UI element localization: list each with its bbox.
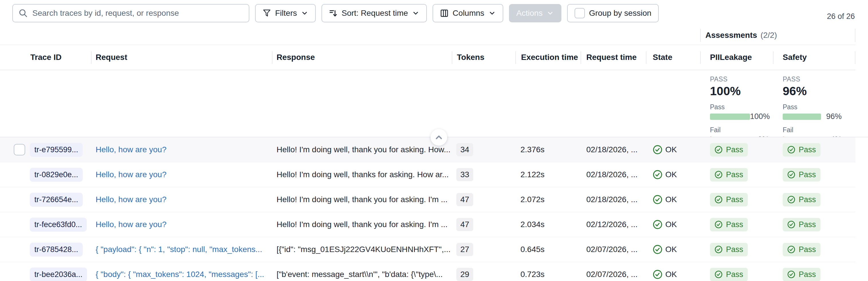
row-checkbox[interactable] (14, 144, 25, 156)
header-piileakage[interactable]: PIILeakage (700, 45, 773, 70)
ok-check-icon (653, 220, 662, 229)
table-row[interactable]: tr-0829e0e... Hello, how are you? Hello!… (0, 162, 856, 187)
table-row[interactable]: tr-726654e... Hello, how are you? Hello!… (0, 187, 856, 212)
group-by-session-checkbox[interactable] (575, 8, 585, 18)
request-link[interactable]: Hello, how are you? (96, 195, 166, 204)
safety-overall-label: PASS (783, 76, 856, 83)
tokens-badge: 29 (456, 268, 473, 281)
pass-label: Pass (799, 220, 816, 229)
piileakage-overall-value: 100% (710, 84, 773, 98)
chevron-down-icon (412, 9, 420, 17)
group-by-session-label: Group by session (589, 9, 651, 18)
request-link[interactable]: Hello, how are you? (96, 220, 166, 229)
header-safety[interactable]: Safety (773, 45, 856, 70)
piileakage-pass-pill[interactable]: Pass (710, 243, 748, 256)
chevron-up-icon (434, 133, 444, 142)
request-link[interactable]: Hello, how are you? (96, 170, 166, 179)
request-link[interactable]: Hello, how are you? (96, 145, 166, 154)
pass-label: Pass (799, 170, 816, 179)
piileakage-pass-pill[interactable]: Pass (710, 143, 748, 157)
safety-pass-pill[interactable]: Pass (783, 168, 820, 181)
header-tokens[interactable]: Tokens (452, 45, 515, 70)
header-trace-id[interactable]: Trace ID (28, 45, 91, 70)
header-request-time[interactable]: Request time (581, 45, 646, 70)
header-state[interactable]: State (646, 45, 700, 70)
safety-pass-bar-track (783, 114, 823, 120)
ok-check-icon (653, 245, 662, 254)
execution-time: 0.645s (515, 237, 581, 262)
assessments-count: (2/2) (761, 31, 777, 40)
tokens-badge: 33 (456, 168, 473, 181)
pass-label: Pass (726, 145, 743, 154)
header-response[interactable]: Response (272, 45, 452, 70)
safety-pass-pill[interactable]: Pass (783, 243, 820, 256)
pass-label: Pass (726, 245, 743, 254)
pass-label: Pass (726, 270, 743, 279)
pass-check-icon (715, 146, 722, 154)
trace-id-badge[interactable]: tr-bee2036a... (30, 268, 87, 281)
assessments-group-cell: Assessments (2/2) (700, 26, 777, 45)
table-row[interactable]: tr-fece63fd0... Hello, how are you? Hell… (0, 212, 856, 237)
response-text: Hello! I'm doing well, thank you for ask… (272, 212, 452, 237)
trace-id-badge[interactable]: tr-fece63fd0... (30, 218, 87, 232)
state-label: OK (665, 145, 677, 154)
sort-button[interactable]: Sort: Request time (321, 4, 427, 22)
piileakage-pass-pill[interactable]: Pass (710, 193, 748, 206)
header-execution-time[interactable]: Execution time (515, 45, 581, 70)
pass-label: Pass (726, 170, 743, 179)
execution-time: 2.376s (515, 137, 581, 162)
table-row[interactable]: tr-bee2036a... { "body": { "max_tokens":… (0, 262, 856, 281)
safety-pass-pill[interactable]: Pass (783, 193, 820, 206)
response-text: Hello! I'm doing well, thank you for ask… (272, 137, 452, 162)
safety-pass-pill[interactable]: Pass (783, 218, 820, 231)
table-row[interactable]: tr-6785428... { "payload": { "n": 1, "st… (0, 237, 856, 262)
piileakage-pass-pill[interactable]: Pass (710, 218, 748, 231)
request-link[interactable]: { "body": { "max_tokens": 1024, "message… (96, 270, 264, 279)
search-input[interactable] (32, 9, 243, 18)
ok-check-icon (653, 145, 662, 154)
table-row[interactable]: tr-e795599... Hello, how are you? Hello!… (0, 137, 856, 162)
trace-id-badge[interactable]: tr-726654e... (30, 193, 83, 207)
pass-check-icon (715, 221, 722, 228)
safety-pass-pill[interactable]: Pass (783, 143, 820, 157)
piileakage-fail-label: Fail (710, 126, 773, 134)
trace-id-badge[interactable]: tr-e795599... (30, 143, 83, 157)
assessments-label: Assessments (705, 31, 757, 40)
pass-label: Pass (799, 195, 816, 204)
pass-check-icon (787, 246, 795, 253)
piileakage-pass-pill[interactable]: Pass (710, 168, 748, 181)
traces-table-body: tr-e795599... Hello, how are you? Hello!… (0, 137, 856, 281)
chevron-down-icon (488, 9, 496, 17)
filters-button[interactable]: Filters (255, 4, 316, 22)
request-time: 02/18/2026, ... (581, 162, 646, 187)
pass-label: Pass (726, 220, 743, 229)
search-input-container[interactable] (12, 4, 249, 22)
collapse-summary-button[interactable] (431, 129, 447, 146)
request-time: 02/18/2026, ... (581, 137, 646, 162)
assessments-group-header: Assessments (2/2) (0, 26, 856, 45)
header-request[interactable]: Request (91, 45, 272, 70)
execution-time: 0.723s (515, 262, 581, 281)
ok-check-icon (653, 270, 662, 279)
ok-check-icon (653, 195, 662, 204)
trace-id-badge[interactable]: tr-6785428... (30, 243, 83, 257)
pass-check-icon (715, 246, 722, 253)
safety-overall-value: 96% (783, 84, 856, 98)
columns-button[interactable]: Columns (433, 4, 503, 22)
sort-label: Sort: Request time (342, 9, 408, 18)
pass-check-icon (787, 221, 795, 228)
tokens-badge: 27 (456, 243, 473, 256)
safety-pass-pill[interactable]: Pass (783, 268, 820, 281)
trace-id-badge[interactable]: tr-0829e0e... (30, 168, 83, 182)
group-by-session-button[interactable]: Group by session (567, 4, 659, 22)
columns-icon (440, 9, 448, 18)
piileakage-overall-label: PASS (710, 76, 773, 83)
pass-check-icon (715, 196, 722, 204)
actions-button[interactable]: Actions (509, 4, 562, 22)
piileakage-pass-pill[interactable]: Pass (710, 268, 748, 281)
pass-check-icon (787, 146, 795, 154)
safety-pass-percent: 96% (823, 112, 842, 121)
request-link[interactable]: { "payload": { "n": 1, "stop": null, "ma… (96, 245, 262, 254)
chevron-down-icon (547, 9, 554, 17)
pass-check-icon (787, 196, 795, 204)
